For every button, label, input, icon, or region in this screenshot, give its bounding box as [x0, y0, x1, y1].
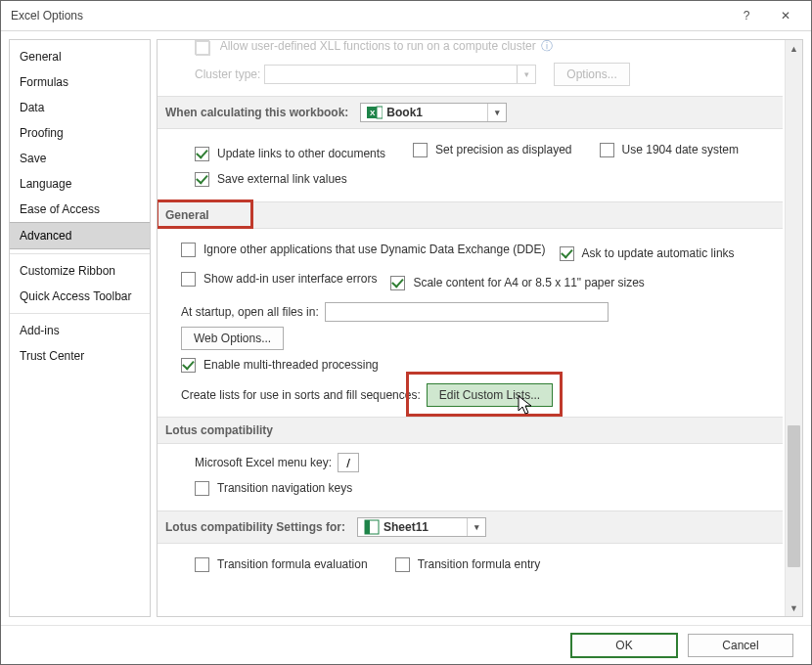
section-heading-calculating: When calculating this workbook:: [165, 106, 348, 119]
option-row: Transition formula entry: [368, 554, 541, 575]
vertical-scrollbar[interactable]: ▲ ▼: [785, 40, 802, 616]
scroll-thumb[interactable]: [788, 425, 800, 566]
ok-button[interactable]: OK: [570, 633, 678, 658]
option-label: Scale content for A4 or 8.5 x 11" paper …: [413, 276, 644, 289]
sidebar-item-proofing[interactable]: Proofing: [10, 120, 150, 146]
workbook-dropdown[interactable]: X Book1 ▾: [360, 103, 507, 122]
sidebar-item-general[interactable]: General: [10, 44, 150, 69]
chevron-down-icon: ▾: [467, 518, 485, 536]
cluster-type-label: Cluster type:: [195, 67, 260, 81]
sidebar-item-save[interactable]: Save: [10, 146, 150, 171]
checkbox[interactable]: [195, 481, 209, 496]
sheet-icon: [364, 519, 380, 535]
option-label: Ask to update automatic links: [582, 246, 735, 260]
truncated-option-label: Allow user-defined XLL functions to run …: [220, 40, 536, 53]
option-label: Update links to other documents: [217, 147, 385, 160]
cancel-button[interactable]: Cancel: [688, 634, 793, 657]
transition-nav-keys-label: Transition navigation keys: [217, 481, 352, 495]
checkbox[interactable]: [181, 272, 196, 287]
option-label: Use 1904 date system: [622, 143, 739, 156]
checkbox[interactable]: [600, 143, 614, 157]
scroll-up-arrow[interactable]: ▲: [786, 40, 802, 57]
checkbox[interactable]: [195, 557, 209, 572]
sidebar-item-trust-center[interactable]: Trust Center: [10, 343, 150, 369]
option-row: Ignore other applications that use Dynam…: [167, 239, 546, 260]
excel-workbook-icon: X: [367, 105, 383, 120]
category-sidebar: GeneralFormulasDataProofingSaveLanguageE…: [9, 39, 151, 617]
sheet-name: Sheet11: [383, 520, 429, 534]
sidebar-item-advanced[interactable]: Advanced: [10, 222, 150, 249]
option-row: Scale content for A4 or 8.5 x 11" paper …: [377, 272, 644, 293]
window-title: Excel Options: [11, 9, 727, 22]
section-heading-lotus: Lotus compatibility: [158, 417, 783, 444]
checkbox[interactable]: [181, 358, 196, 373]
svg-rect-1: [377, 107, 383, 118]
checkbox[interactable]: [413, 143, 428, 157]
scroll-track[interactable]: [786, 57, 802, 599]
option-label: Set precision as displayed: [435, 143, 571, 156]
checkbox[interactable]: [181, 243, 196, 257]
checkbox[interactable]: [390, 276, 405, 290]
checkbox[interactable]: [560, 246, 574, 261]
option-label: Save external link values: [217, 172, 347, 186]
option-label: Show add-in user interface errors: [203, 272, 377, 286]
sidebar-item-ease-of-access[interactable]: Ease of Access: [10, 197, 150, 222]
option-label: Transition formula evaluation: [217, 557, 368, 571]
menu-key-label: Microsoft Excel menu key:: [195, 456, 332, 469]
option-row: Use 1904 date system: [572, 139, 739, 160]
cluster-options-button: Options...: [554, 63, 629, 86]
sidebar-item-add-ins[interactable]: Add-ins: [10, 313, 150, 343]
section-heading-general: General: [158, 201, 783, 229]
option-row: Set precision as displayed: [385, 139, 571, 160]
help-button[interactable]: ?: [727, 1, 766, 30]
svg-rect-4: [365, 520, 370, 534]
option-row: Transition formula evaluation: [167, 554, 368, 575]
svg-text:X: X: [370, 109, 376, 117]
checkbox[interactable]: [195, 147, 209, 161]
cluster-type-dropdown: ▾: [264, 65, 536, 84]
workbook-name: Book1: [386, 106, 423, 119]
options-scroll-pane: Allow user-defined XLL functions to run …: [158, 40, 802, 616]
startup-label: At startup, open all files in:: [181, 305, 319, 319]
web-options-button[interactable]: Web Options...: [181, 327, 284, 350]
close-button[interactable]: ✕: [766, 1, 805, 30]
chevron-down-icon: ▾: [487, 104, 506, 121]
sheet-dropdown[interactable]: Sheet11 ▾: [357, 517, 486, 537]
option-row: Ask to update automatic links: [546, 243, 735, 264]
checkbox[interactable]: [195, 172, 209, 187]
multithread-label: Enable multi-threaded processing: [203, 358, 379, 372]
scroll-down-arrow[interactable]: ▼: [786, 599, 802, 616]
help-icon: ?: [744, 9, 750, 22]
sidebar-item-data[interactable]: Data: [10, 95, 150, 120]
option-row: Update links to other documents: [167, 143, 385, 164]
close-icon: ✕: [781, 9, 790, 22]
option-label: Transition formula entry: [418, 557, 541, 571]
sidebar-item-customize-ribbon[interactable]: Customize Ribbon: [10, 253, 150, 284]
custom-lists-label: Create lists for use in sorts and fill s…: [181, 388, 421, 402]
sidebar-item-language[interactable]: Language: [10, 171, 150, 197]
info-icon: ⓘ: [541, 40, 553, 53]
section-heading-lotus-settings: Lotus compatibility Settings for:: [165, 520, 345, 534]
menu-key-input[interactable]: [338, 453, 359, 472]
startup-path-input[interactable]: [325, 302, 609, 322]
sidebar-item-formulas[interactable]: Formulas: [10, 69, 150, 95]
edit-custom-lists-button[interactable]: Edit Custom Lists...: [427, 383, 553, 407]
checkbox[interactable]: [395, 557, 410, 572]
option-row: Show add-in user interface errors: [167, 268, 377, 289]
sidebar-item-quick-access-toolbar[interactable]: Quick Access Toolbar: [10, 284, 150, 309]
option-row: Save external link values: [167, 168, 347, 190]
option-label: Ignore other applications that use Dynam…: [203, 243, 546, 256]
